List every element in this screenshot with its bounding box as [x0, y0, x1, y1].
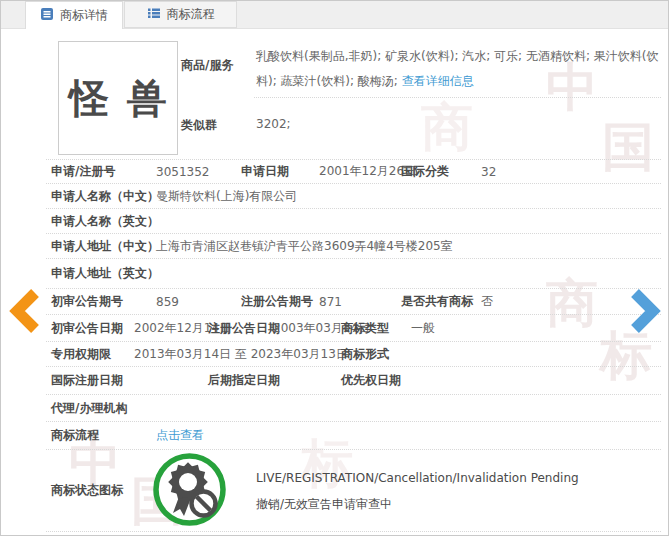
applicant-en-label: 申请人名称（英文） — [51, 213, 156, 230]
status-line-en: LIVE/REGISTRATION/Cancellation/Invalidat… — [256, 465, 579, 491]
document-list-icon — [40, 7, 54, 24]
table-row: 专用权期限 2013年03月14日 至 2023年03月13日 商标形式 — [46, 342, 661, 367]
intl-class-value: 32 — [481, 165, 496, 179]
tab-label: 商标流程 — [167, 6, 215, 23]
tab-label: 商标详情 — [60, 7, 108, 24]
reg-announce-no-label: 注册公告期号 — [241, 293, 319, 310]
shared-mark-value: 否 — [481, 293, 493, 310]
exclusive-period-value: 2013年03月14日 至 2023年03月13日 — [134, 346, 341, 363]
status-text: LIVE/REGISTRATION/Cancellation/Invalidat… — [256, 465, 579, 517]
applicant-cn-label: 申请人名称（中文） — [51, 188, 156, 205]
next-arrow-button[interactable] — [628, 288, 662, 337]
table-row: 国际注册日期 后期指定日期 优先权日期 — [46, 367, 661, 395]
reg-announce-date-label: 注册公告日期 — [208, 320, 273, 337]
first-trial-date-value: 2002年12月14日 — [134, 320, 208, 337]
intl-class-label: 国际分类 — [401, 163, 481, 180]
exclusive-period-label: 专用权期限 — [51, 346, 134, 363]
trademark-image-text: 怪兽 — [51, 71, 185, 126]
first-trial-date-label: 初审公告日期 — [51, 320, 134, 337]
list-icon — [147, 6, 161, 23]
applicant-cn-value: 曼斯特饮料(上海)有限公司 — [156, 188, 297, 205]
trademark-status-badge-icon — [151, 451, 228, 531]
address-cn-label: 申请人地址（中文） — [51, 238, 156, 255]
later-designation-date-label: 后期指定日期 — [208, 372, 273, 389]
app-date-value: 2001年12月26日 — [319, 163, 401, 180]
similar-group-label: 类似群 — [181, 117, 217, 134]
first-trial-no-label: 初审公告期号 — [51, 293, 156, 310]
priority-date-label: 优先权日期 — [341, 372, 411, 389]
goods-services-label: 商品/服务 — [181, 57, 233, 74]
table-row: 申请/注册号 3051352 申请日期 2001年12月26日 国际分类 32 — [46, 160, 661, 184]
address-cn-value: 上海市青浦区赵巷镇沪青平公路3609弄4幢4号楼205室 — [156, 238, 453, 255]
trademark-detail-page: 中 国 商 标 中 国 商 标 商标详情 商标流程 怪兽 商品/服务 乳酸饮料(… — [0, 0, 669, 536]
similar-group-value: 3202; — [256, 117, 291, 131]
table-row: 申请人名称（中文） 曼斯特饮料(上海)有限公司 — [46, 184, 661, 209]
status-line-cn: 撤销/无效宣告申请审查中 — [256, 491, 579, 517]
table-row: 商标流程 点击查看 — [46, 422, 661, 450]
tab-trademark-detail[interactable]: 商标详情 — [25, 1, 123, 29]
reg-no-value: 3051352 — [156, 165, 241, 179]
table-row: 初审公告期号 859 注册公告期号 871 是否共有商标 否 — [46, 289, 661, 315]
tab-bar: 商标详情 商标流程 — [1, 1, 668, 29]
reg-announce-date-value: 2003年03月14日 — [273, 320, 341, 337]
watermark-char: 商 — [421, 93, 473, 163]
process-label: 商标流程 — [51, 427, 156, 444]
table-row: 申请人名称（英文） — [46, 209, 661, 234]
trademark-image: 怪兽 — [58, 41, 178, 155]
dotted-divider — [254, 97, 661, 98]
mark-type-value: 一般 — [411, 320, 435, 337]
status-label: 商标状态图标 — [51, 482, 151, 499]
table-row: 代理/办理机构 — [46, 395, 661, 422]
agency-label: 代理/办理机构 — [51, 400, 156, 417]
reg-no-label: 申请/注册号 — [51, 163, 156, 180]
click-to-view-link[interactable]: 点击查看 — [156, 427, 204, 444]
reg-announce-no-value: 871 — [319, 295, 401, 309]
mark-form-label: 商标形式 — [341, 346, 411, 363]
previous-arrow-button[interactable] — [8, 288, 42, 337]
table-row: 申请人地址（英文） — [46, 259, 661, 289]
status-row: 商标状态图标 LIVE/R — [46, 450, 661, 532]
intl-reg-date-label: 国际注册日期 — [51, 372, 134, 389]
table-row: 初审公告日期 2002年12月14日 注册公告日期 2003年03月14日 商标… — [46, 315, 661, 342]
address-en-label: 申请人地址（英文） — [51, 265, 156, 282]
app-date-label: 申请日期 — [241, 163, 319, 180]
tab-trademark-process[interactable]: 商标流程 — [124, 1, 237, 28]
mark-type-label: 商标类型 — [341, 320, 411, 337]
view-details-link[interactable]: 查看详细信息 — [402, 74, 474, 88]
goods-services-value: 乳酸饮料(果制品,非奶); 矿泉水(饮料); 汽水; 可乐; 无酒精饮料; 果汁… — [256, 44, 664, 94]
detail-table: 申请/注册号 3051352 申请日期 2001年12月26日 国际分类 32 … — [46, 159, 661, 532]
first-trial-no-value: 859 — [156, 295, 241, 309]
shared-mark-label: 是否共有商标 — [401, 293, 481, 310]
table-row: 申请人地址（中文） 上海市青浦区赵巷镇沪青平公路3609弄4幢4号楼205室 — [46, 234, 661, 259]
